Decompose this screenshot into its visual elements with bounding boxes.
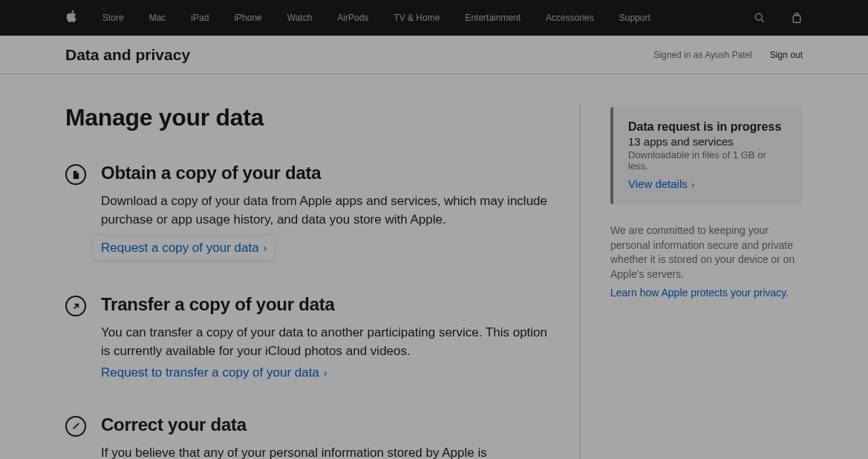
correct-body: If you believe that any of your personal… xyxy=(101,444,487,459)
nav-mac[interactable]: Mac xyxy=(149,13,166,23)
nav-ipad[interactable]: iPad xyxy=(191,13,209,23)
nav-iphone[interactable]: iPhone xyxy=(234,13,261,23)
view-details-link[interactable]: View details › xyxy=(628,178,694,190)
nav-accessories[interactable]: Accessories xyxy=(546,13,594,23)
chevron-right-icon: › xyxy=(691,179,694,190)
sign-out-link[interactable]: Sign out xyxy=(770,50,803,60)
nav-watch[interactable]: Watch xyxy=(287,13,313,23)
obtain-body: Download a copy of your data from Apple … xyxy=(101,192,550,229)
chevron-right-icon: › xyxy=(324,367,327,379)
nav-entertainment[interactable]: Entertainment xyxy=(465,13,521,23)
pencil-icon xyxy=(65,416,86,437)
progress-notice: Data request is in progress 13 apps and … xyxy=(610,107,803,204)
global-nav: Store Mac iPad iPhone Watch AirPods TV &… xyxy=(0,0,868,36)
nav-airpods[interactable]: AirPods xyxy=(337,13,368,23)
page-title: Manage your data xyxy=(65,104,550,131)
section-correct: Correct your data If you believe that an… xyxy=(65,414,550,459)
chevron-right-icon: › xyxy=(263,242,267,254)
arrow-up-right-icon xyxy=(65,296,86,316)
search-icon[interactable] xyxy=(754,12,766,24)
request-copy-link[interactable]: Request a copy of your data › xyxy=(101,241,267,255)
request-transfer-link[interactable]: Request to transfer a copy of your data … xyxy=(101,365,327,380)
nav-support[interactable]: Support xyxy=(619,13,650,23)
subheader-title: Data and privacy xyxy=(65,46,190,64)
notice-subtitle: 13 apps and services xyxy=(628,135,788,148)
apple-logo-icon[interactable] xyxy=(65,10,77,26)
section-obtain: Obtain a copy of your data Download a co… xyxy=(65,163,550,260)
svg-rect-2 xyxy=(793,16,800,23)
subheader: Data and privacy Signed in as Ayush Pate… xyxy=(0,36,868,74)
svg-line-1 xyxy=(761,19,763,22)
bag-icon[interactable] xyxy=(791,12,803,24)
svg-point-0 xyxy=(755,13,762,20)
obtain-heading: Obtain a copy of your data xyxy=(101,163,550,183)
section-transfer: Transfer a copy of your data You can tra… xyxy=(65,294,550,380)
nav-store[interactable]: Store xyxy=(102,13,124,23)
commitment-text: We are committed to keeping your persona… xyxy=(610,224,803,281)
transfer-heading: Transfer a copy of your data xyxy=(101,294,550,315)
nav-tv-home[interactable]: TV & Home xyxy=(394,13,440,23)
correct-heading: Correct your data xyxy=(101,414,487,435)
document-icon xyxy=(65,164,86,185)
signed-in-label: Signed in as Ayush Patel xyxy=(653,50,752,60)
transfer-body: You can transfer a copy of your data to … xyxy=(101,324,550,360)
notice-detail: Downloadable in files of 1 GB or less. xyxy=(628,149,788,172)
notice-title: Data request is in progress xyxy=(628,120,788,134)
learn-privacy-link[interactable]: Learn how Apple protects your privacy. xyxy=(610,287,789,299)
sidebar: Data request is in progress 13 apps and … xyxy=(580,104,803,459)
